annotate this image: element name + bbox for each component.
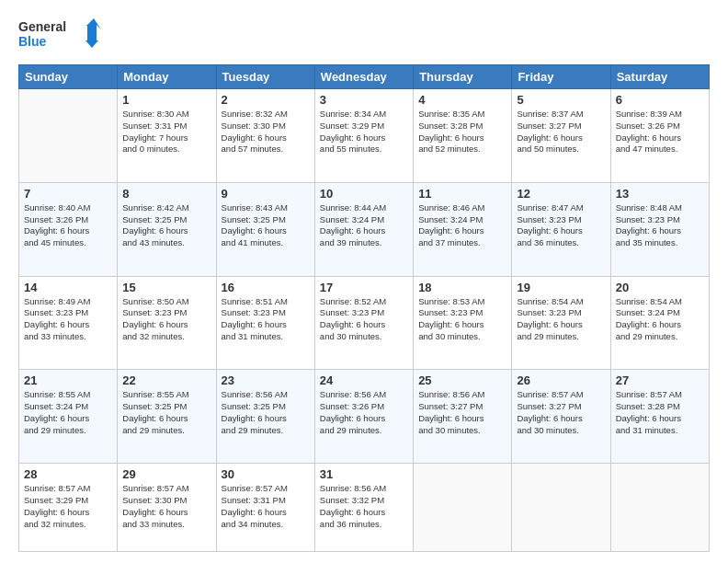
day-number: 14 (24, 281, 112, 294)
day-info: Sunrise: 8:34 AM Sunset: 3:29 PM Dayligh… (320, 109, 408, 155)
calendar-week-row: 1Sunrise: 8:30 AM Sunset: 3:31 PM Daylig… (19, 89, 710, 183)
weekday-header: Monday (118, 65, 216, 89)
day-number: 13 (616, 187, 704, 201)
day-number: 25 (418, 373, 506, 387)
calendar-cell: 20Sunrise: 8:54 AM Sunset: 3:24 PM Dayli… (610, 276, 709, 370)
day-info: Sunrise: 8:39 AM Sunset: 3:26 PM Dayligh… (616, 109, 704, 155)
calendar-cell: 19Sunrise: 8:54 AM Sunset: 3:23 PM Dayli… (512, 276, 610, 370)
calendar-table: SundayMondayTuesdayWednesdayThursdayFrid… (18, 64, 710, 552)
calendar-cell: 21Sunrise: 8:55 AM Sunset: 3:24 PM Dayli… (19, 370, 118, 464)
day-number: 24 (320, 373, 408, 387)
svg-marker-2 (83, 18, 101, 48)
day-info: Sunrise: 8:48 AM Sunset: 3:23 PM Dayligh… (616, 202, 704, 249)
weekday-header: Sunday (19, 65, 118, 89)
weekday-header-row: SundayMondayTuesdayWednesdayThursdayFrid… (19, 65, 710, 89)
day-number: 8 (122, 187, 210, 201)
calendar-cell: 7Sunrise: 8:40 AM Sunset: 3:26 PM Daylig… (19, 182, 118, 276)
day-info: Sunrise: 8:40 AM Sunset: 3:26 PM Dayligh… (24, 202, 112, 249)
day-info: Sunrise: 8:44 AM Sunset: 3:24 PM Dayligh… (320, 202, 408, 249)
day-info: Sunrise: 8:57 AM Sunset: 3:29 PM Dayligh… (24, 483, 112, 530)
day-info: Sunrise: 8:50 AM Sunset: 3:23 PM Dayligh… (122, 296, 210, 343)
weekday-header: Wednesday (314, 65, 413, 89)
day-number: 17 (320, 281, 408, 294)
calendar-cell: 23Sunrise: 8:56 AM Sunset: 3:25 PM Dayli… (216, 370, 314, 464)
svg-text:Blue: Blue (18, 34, 47, 49)
day-number: 4 (418, 93, 506, 107)
weekday-header: Tuesday (216, 65, 314, 89)
day-number: 2 (222, 93, 310, 107)
day-number: 11 (418, 187, 506, 201)
calendar-cell: 12Sunrise: 8:47 AM Sunset: 3:23 PM Dayli… (512, 182, 610, 276)
calendar-cell: 16Sunrise: 8:51 AM Sunset: 3:23 PM Dayli… (216, 276, 314, 370)
calendar-cell: 17Sunrise: 8:52 AM Sunset: 3:23 PM Dayli… (314, 276, 413, 370)
day-number: 3 (320, 93, 408, 107)
day-number: 10 (320, 187, 408, 201)
calendar-cell: 27Sunrise: 8:57 AM Sunset: 3:28 PM Dayli… (610, 370, 709, 464)
day-info: Sunrise: 8:30 AM Sunset: 3:31 PM Dayligh… (122, 109, 210, 155)
day-number: 16 (222, 281, 310, 294)
day-info: Sunrise: 8:57 AM Sunset: 3:28 PM Dayligh… (616, 389, 704, 436)
day-info: Sunrise: 8:49 AM Sunset: 3:23 PM Dayligh… (24, 296, 112, 343)
calendar-cell: 1Sunrise: 8:30 AM Sunset: 3:31 PM Daylig… (118, 89, 216, 183)
calendar-cell: 3Sunrise: 8:34 AM Sunset: 3:29 PM Daylig… (314, 89, 413, 183)
day-number: 12 (517, 187, 605, 201)
svg-text:General: General (18, 19, 66, 34)
calendar-cell (414, 464, 512, 552)
day-info: Sunrise: 8:37 AM Sunset: 3:27 PM Dayligh… (517, 109, 605, 155)
calendar-week-row: 7Sunrise: 8:40 AM Sunset: 3:26 PM Daylig… (19, 182, 710, 276)
calendar-cell (19, 89, 118, 183)
day-number: 22 (122, 373, 210, 387)
calendar-cell: 8Sunrise: 8:42 AM Sunset: 3:25 PM Daylig… (118, 182, 216, 276)
calendar-page: General Blue SundayMondayTuesdayWednesda… (0, 0, 728, 563)
day-info: Sunrise: 8:57 AM Sunset: 3:30 PM Dayligh… (122, 483, 210, 530)
calendar-cell: 11Sunrise: 8:46 AM Sunset: 3:24 PM Dayli… (414, 182, 512, 276)
day-number: 28 (24, 467, 112, 481)
day-info: Sunrise: 8:35 AM Sunset: 3:28 PM Dayligh… (418, 109, 506, 155)
logo: General Blue (18, 17, 101, 55)
day-number: 29 (122, 467, 210, 481)
day-number: 27 (616, 373, 704, 387)
day-number: 1 (122, 93, 210, 107)
day-info: Sunrise: 8:56 AM Sunset: 3:27 PM Dayligh… (418, 389, 506, 436)
weekday-header: Thursday (414, 65, 512, 89)
calendar-cell: 10Sunrise: 8:44 AM Sunset: 3:24 PM Dayli… (314, 182, 413, 276)
day-number: 31 (320, 467, 408, 481)
day-info: Sunrise: 8:57 AM Sunset: 3:31 PM Dayligh… (222, 483, 310, 530)
day-info: Sunrise: 8:55 AM Sunset: 3:24 PM Dayligh… (24, 389, 112, 436)
day-info: Sunrise: 8:56 AM Sunset: 3:25 PM Dayligh… (222, 389, 310, 436)
day-number: 20 (616, 281, 704, 294)
calendar-week-row: 14Sunrise: 8:49 AM Sunset: 3:23 PM Dayli… (19, 276, 710, 370)
day-info: Sunrise: 8:56 AM Sunset: 3:32 PM Dayligh… (320, 483, 408, 530)
calendar-cell: 5Sunrise: 8:37 AM Sunset: 3:27 PM Daylig… (512, 89, 610, 183)
day-info: Sunrise: 8:54 AM Sunset: 3:24 PM Dayligh… (616, 296, 704, 343)
calendar-cell: 25Sunrise: 8:56 AM Sunset: 3:27 PM Dayli… (414, 370, 512, 464)
day-number: 18 (418, 281, 506, 294)
day-number: 21 (24, 373, 112, 387)
calendar-cell: 14Sunrise: 8:49 AM Sunset: 3:23 PM Dayli… (19, 276, 118, 370)
day-number: 30 (222, 467, 310, 481)
day-info: Sunrise: 8:32 AM Sunset: 3:30 PM Dayligh… (222, 109, 310, 155)
day-info: Sunrise: 8:54 AM Sunset: 3:23 PM Dayligh… (517, 296, 605, 343)
day-number: 26 (517, 373, 605, 387)
day-number: 6 (616, 93, 704, 107)
calendar-cell: 2Sunrise: 8:32 AM Sunset: 3:30 PM Daylig… (216, 89, 314, 183)
calendar-cell: 22Sunrise: 8:55 AM Sunset: 3:25 PM Dayli… (118, 370, 216, 464)
calendar-cell: 15Sunrise: 8:50 AM Sunset: 3:23 PM Dayli… (118, 276, 216, 370)
header: General Blue (18, 17, 710, 55)
day-info: Sunrise: 8:46 AM Sunset: 3:24 PM Dayligh… (418, 202, 506, 249)
day-info: Sunrise: 8:57 AM Sunset: 3:27 PM Dayligh… (517, 389, 605, 436)
calendar-cell: 30Sunrise: 8:57 AM Sunset: 3:31 PM Dayli… (216, 464, 314, 552)
calendar-cell: 28Sunrise: 8:57 AM Sunset: 3:29 PM Dayli… (19, 464, 118, 552)
logo-icon: General Blue (18, 17, 101, 55)
day-info: Sunrise: 8:56 AM Sunset: 3:26 PM Dayligh… (320, 389, 408, 436)
calendar-cell (512, 464, 610, 552)
day-info: Sunrise: 8:53 AM Sunset: 3:23 PM Dayligh… (418, 296, 506, 343)
day-info: Sunrise: 8:55 AM Sunset: 3:25 PM Dayligh… (122, 389, 210, 436)
day-number: 19 (517, 281, 605, 294)
day-number: 5 (517, 93, 605, 107)
calendar-cell (610, 464, 709, 552)
weekday-header: Friday (512, 65, 610, 89)
calendar-cell: 31Sunrise: 8:56 AM Sunset: 3:32 PM Dayli… (314, 464, 413, 552)
calendar-week-row: 21Sunrise: 8:55 AM Sunset: 3:24 PM Dayli… (19, 370, 710, 464)
calendar-cell: 9Sunrise: 8:43 AM Sunset: 3:25 PM Daylig… (216, 182, 314, 276)
